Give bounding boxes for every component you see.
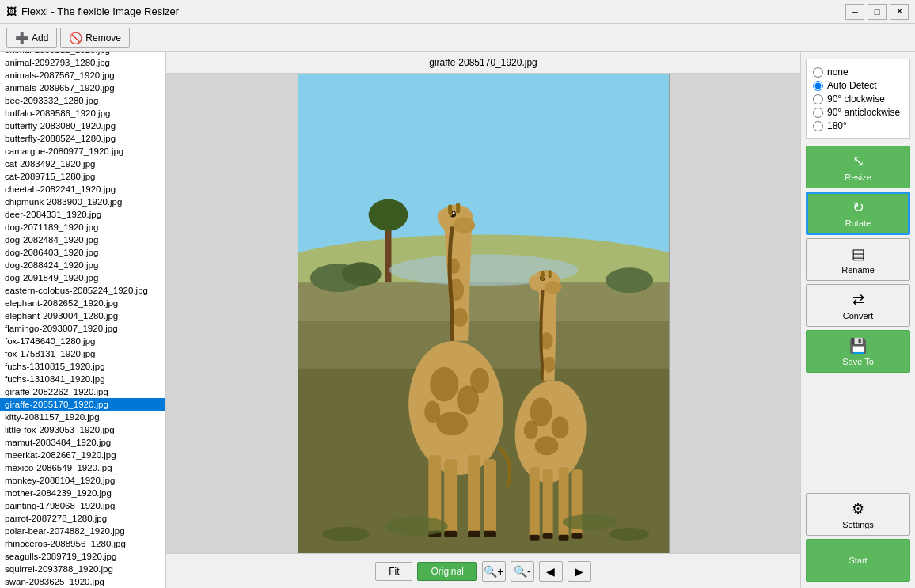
zoom-out-button[interactable]: 🔍-	[511, 561, 534, 582]
file-item[interactable]: chipmunk-2083900_1920.jpg	[0, 195, 165, 208]
file-item[interactable]: camargue-2080977_1920.jpg	[0, 145, 165, 157]
minimize-button[interactable]: ─	[845, 4, 864, 20]
file-item[interactable]: cat-2089715_1280.jpg	[0, 170, 165, 183]
resize-button[interactable]: ⤡ Resize	[806, 146, 910, 188]
file-item[interactable]: monkey-2088104_1920.jpg	[0, 474, 165, 487]
close-button[interactable]: ✕	[890, 4, 909, 20]
original-button[interactable]: Original	[417, 562, 476, 581]
file-item[interactable]: deer-2084331_1920.jpg	[0, 208, 165, 221]
file-item[interactable]: polar-bear-2074882_1920.jpg	[0, 525, 165, 537]
radio-auto-detect-label: Auto Detect	[827, 80, 877, 91]
file-item[interactable]: dog-2086403_1920.jpg	[0, 246, 165, 259]
svg-point-60	[562, 514, 617, 530]
file-item[interactable]: animal-2092793_1280.jpg	[0, 56, 165, 69]
convert-button[interactable]: ⇄ Convert	[806, 284, 910, 327]
titlebar-controls: ─ □ ✕	[845, 4, 909, 20]
image-title: giraffe-2085170_1920.jpg	[166, 52, 800, 74]
zoom-out-icon: 🔍-	[514, 565, 531, 578]
file-item[interactable]: bee-2093332_1280.jpg	[0, 94, 165, 107]
add-button[interactable]: ➕ Add	[6, 28, 57, 48]
prev-button[interactable]: ◀	[539, 561, 563, 582]
svg-point-16	[452, 212, 454, 214]
rename-button[interactable]: ▤ Rename	[806, 238, 910, 281]
file-item[interactable]: dog-2088424_1920.jpg	[0, 259, 165, 271]
radio-auto-detect[interactable]: Auto Detect	[813, 80, 903, 91]
svg-rect-47	[558, 467, 568, 538]
radio-180[interactable]: 180°	[813, 120, 903, 131]
file-item[interactable]: dog-2071189_1920.jpg	[0, 221, 165, 233]
file-item[interactable]: squirrel-2093788_1920.jpg	[0, 563, 165, 575]
radio-none-input[interactable]	[813, 67, 823, 78]
file-item[interactable]: mamut-2083484_1920.jpg	[0, 436, 165, 449]
file-item[interactable]: painting-1798068_1920.jpg	[0, 499, 165, 512]
file-item[interactable]: elephant-2082652_1920.jpg	[0, 297, 165, 309]
file-item[interactable]: elephant-2093004_1280.jpg	[0, 309, 165, 322]
maximize-button[interactable]: □	[868, 4, 887, 20]
file-item[interactable]: kitty-2081157_1920.jpg	[0, 411, 165, 423]
file-item[interactable]: mexico-2086549_1920.jpg	[0, 461, 165, 474]
rotate-icon: ↻	[852, 199, 864, 216]
settings-icon: ⚙	[852, 500, 864, 518]
rotate-label: Rotate	[845, 218, 871, 228]
svg-point-39	[544, 281, 561, 294]
radio-ccw90[interactable]: 90° anticlockwise	[813, 107, 903, 118]
add-label: Add	[32, 32, 48, 44]
file-item[interactable]: swan-2083625_1920.jpg	[0, 575, 165, 588]
radio-auto-detect-input[interactable]	[813, 81, 823, 91]
next-icon: ▶	[575, 565, 583, 578]
radio-180-input[interactable]	[813, 121, 823, 131]
file-item[interactable]: giraffe-2082262_1920.jpg	[0, 385, 165, 398]
zoom-in-button[interactable]: 🔍+	[482, 561, 506, 582]
app-icon: 🖼	[6, 6, 17, 17]
svg-rect-45	[529, 467, 539, 538]
radio-cw90[interactable]: 90° clockwise	[813, 93, 903, 104]
radio-none[interactable]: none	[813, 66, 903, 78]
file-item[interactable]: little-fox-2093053_1920.jpg	[0, 423, 165, 436]
radio-ccw90-input[interactable]	[813, 108, 823, 118]
file-item[interactable]: cheetah-2082241_1920.jpg	[0, 183, 165, 195]
fit-button[interactable]: Fit	[375, 562, 412, 581]
main-layout: animal-2089112_1920.jpganimal-2092793_12…	[0, 52, 915, 588]
svg-rect-50	[542, 533, 552, 539]
start-label: Start	[849, 556, 867, 565]
convert-icon: ⇄	[852, 291, 864, 309]
file-item[interactable]: butterfly-2083080_1920.jpg	[0, 119, 165, 132]
rotate-button[interactable]: ↻ Rotate	[806, 192, 910, 235]
file-item[interactable]: buffalo-2089586_1920.jpg	[0, 107, 165, 119]
file-item[interactable]: dog-2082484_1920.jpg	[0, 233, 165, 246]
file-item[interactable]: mother-2084239_1920.jpg	[0, 487, 165, 499]
file-item[interactable]: fox-1748640_1280.jpg	[0, 335, 165, 347]
file-item[interactable]: fox-1758131_1920.jpg	[0, 347, 165, 360]
file-item[interactable]: giraffe-2085170_1920.jpg	[0, 398, 165, 411]
file-list[interactable]: animal-2089112_1920.jpganimal-2092793_12…	[0, 52, 165, 588]
file-item[interactable]: butterfly-2088524_1280.jpg	[0, 132, 165, 145]
file-item[interactable]: cat-2083492_1920.jpg	[0, 157, 165, 170]
svg-rect-22	[468, 455, 480, 534]
file-item[interactable]: meerkat-2082667_1920.jpg	[0, 449, 165, 461]
remove-button[interactable]: 🚫 Remove	[60, 28, 130, 48]
svg-point-32	[424, 401, 440, 423]
next-button[interactable]: ▶	[568, 561, 591, 582]
file-item[interactable]: animals-2087567_1920.jpg	[0, 69, 165, 82]
file-item[interactable]: dog-2091849_1920.jpg	[0, 271, 165, 284]
file-item[interactable]: fuchs-1310841_1920.jpg	[0, 373, 165, 385]
resize-label: Resize	[845, 173, 871, 182]
settings-button[interactable]: ⚙ Settings	[806, 493, 910, 536]
prev-icon: ◀	[546, 565, 555, 578]
start-button[interactable]: Start	[806, 539, 910, 582]
rename-label: Rename	[841, 265, 875, 275]
radio-cw90-input[interactable]	[813, 94, 823, 104]
svg-point-14	[453, 218, 475, 233]
file-list-panel: animal-2089112_1920.jpganimal-2092793_12…	[0, 52, 166, 588]
file-item[interactable]: flamingo-2093007_1920.jpg	[0, 322, 165, 335]
svg-point-31	[470, 368, 489, 393]
file-item[interactable]: fuchs-1310815_1920.jpg	[0, 360, 165, 373]
save-to-button[interactable]: 💾 Save To	[806, 330, 910, 373]
file-item[interactable]: parrot-2087278_1280.jpg	[0, 512, 165, 525]
svg-rect-42	[541, 271, 544, 280]
file-item[interactable]: rhinoceros-2088956_1280.jpg	[0, 537, 165, 550]
file-item[interactable]: seagulls-2089719_1920.jpg	[0, 550, 165, 563]
file-item[interactable]: animals-2089657_1920.jpg	[0, 82, 165, 94]
file-item[interactable]: eastern-colobus-2085224_1920.jpg	[0, 284, 165, 297]
add-icon: ➕	[15, 32, 28, 44]
